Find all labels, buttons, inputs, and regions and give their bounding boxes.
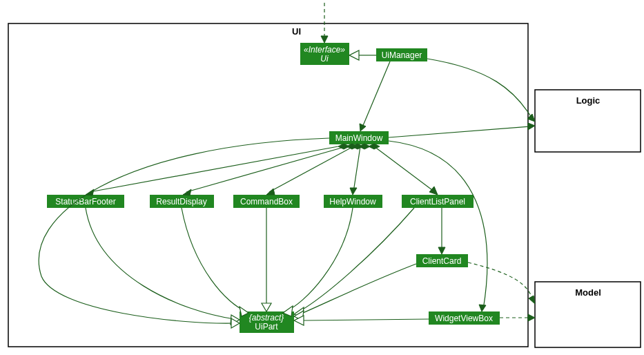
edge-mw-cb bbox=[269, 146, 353, 192]
uipart-stereotype: {abstract} bbox=[249, 313, 284, 323]
statusbarfooter-label: StatusBarFooter bbox=[55, 197, 115, 207]
arrow-uimanager-mainwindow bbox=[360, 124, 366, 131]
edge-mw-wvb bbox=[389, 141, 487, 309]
arrow-mw-rd bbox=[183, 189, 191, 195]
helpwindow-label: HelpWindow bbox=[329, 197, 376, 207]
uipart-name: UiPart bbox=[255, 322, 278, 332]
edge-mw-clp bbox=[374, 146, 435, 192]
edge-mw-hw bbox=[353, 146, 360, 192]
edge-mainwindow-logic bbox=[389, 126, 531, 137]
edge-clp-uipart bbox=[298, 208, 414, 312]
arrow-cc-model bbox=[529, 296, 535, 304]
edge-wvb-uipart bbox=[304, 319, 429, 320]
edge-cc-uipart bbox=[298, 264, 416, 315]
uimanager-label: UiManager bbox=[382, 50, 422, 60]
arrow-mw-wvb bbox=[479, 305, 486, 311]
tri-cb-uipart bbox=[262, 303, 271, 311]
widgetviewbox-label: WidgetViewBox bbox=[435, 314, 493, 323]
ui-interface-name: Ui bbox=[320, 54, 329, 64]
arrow-mw-clp bbox=[429, 186, 438, 195]
resultdisplay-label: ResultDisplay bbox=[156, 197, 206, 207]
diamond-mw-clp bbox=[369, 144, 380, 149]
logic-label: Logic bbox=[576, 95, 601, 106]
arrow-wvb-model bbox=[528, 314, 535, 321]
model-label: Model bbox=[575, 287, 601, 298]
edge-uimanager-mainwindow bbox=[362, 61, 390, 127]
ui-interface-stereotype: «Interface» bbox=[304, 45, 345, 55]
arrow-mw-cb bbox=[266, 189, 275, 195]
clientcard-label: ClientCard bbox=[422, 256, 462, 266]
arrow-clp-cc bbox=[438, 247, 445, 254]
commandbox-label: CommandBox bbox=[240, 197, 293, 207]
edge-rd-uipart bbox=[182, 208, 245, 311]
edge-mw-sbf bbox=[90, 146, 338, 192]
arrow-uimanager-ui bbox=[349, 50, 359, 60]
edge-mw-rd bbox=[186, 146, 347, 192]
package-ui-label: UI bbox=[292, 26, 301, 37]
edge-cc-model bbox=[468, 262, 533, 300]
edge-sbf-uipart bbox=[86, 208, 235, 319]
mainwindow-label: MainWindow bbox=[335, 133, 383, 143]
arrow-mw-hw bbox=[350, 188, 357, 195]
uml-diagram: UI Logic Model «Interface» Ui UiManager … bbox=[0, 0, 644, 355]
package-ui-frame bbox=[8, 23, 528, 347]
clientlistpanel-label: ClientListPanel bbox=[410, 197, 465, 207]
edge-mw-uipart bbox=[39, 138, 329, 323]
edge-uimanager-logic bbox=[427, 59, 531, 117]
arrow-mainwindow-logic bbox=[528, 123, 535, 130]
arrow-ext-to-ui bbox=[321, 36, 328, 43]
